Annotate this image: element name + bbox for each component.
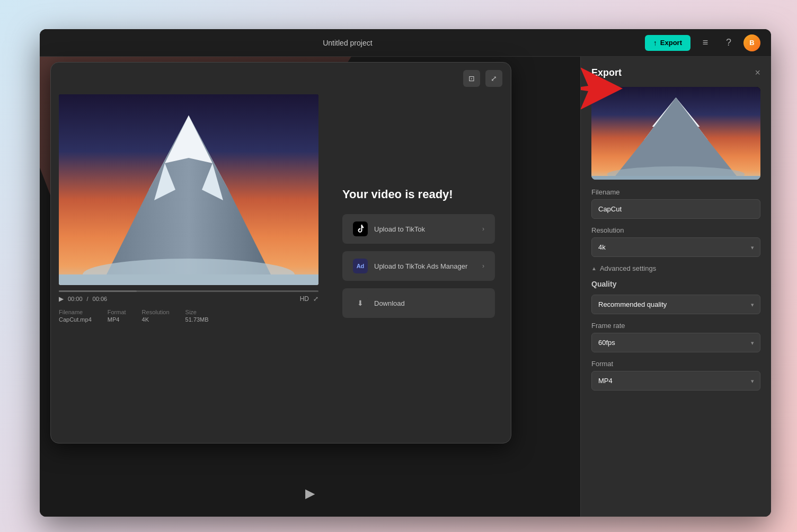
download-button[interactable]: ⬇ Download: [342, 288, 495, 318]
download-icon: ⬇: [353, 296, 368, 311]
upload-tiktok-ads-button[interactable]: Ad Upload to TikTok Ads Manager ›: [342, 251, 495, 281]
quality-section-title: Quality: [591, 280, 760, 288]
tiktok-ads-btn-left: Ad Upload to TikTok Ads Manager: [353, 259, 467, 273]
framerate-field-group: Frame rate 60fps ▾: [591, 322, 760, 352]
framerate-select[interactable]: 60fps: [591, 333, 760, 352]
fullscreen-toggle[interactable]: ⤢: [313, 295, 318, 303]
video-controls: ▶ 00:00 / 00:06 HD ⤢: [59, 290, 318, 303]
tiktok-ads-icon: Ad: [353, 259, 368, 273]
main-play-button[interactable]: ▶: [305, 486, 315, 501]
advanced-settings-toggle[interactable]: ▲ Advanced settings: [591, 264, 656, 272]
quality-field-group: Quality Recommended quality ▾: [591, 280, 760, 314]
meta-format-label: Format: [108, 309, 126, 315]
export-panel: Export ×: [580, 57, 771, 517]
tiktok-icon: [353, 221, 368, 236]
progress-bar[interactable]: [59, 290, 318, 292]
time-display: 00:00: [68, 296, 83, 302]
resolution-select[interactable]: 4k: [591, 237, 760, 257]
quality-select-wrapper: Recommended quality ▾: [591, 295, 760, 314]
play-btn-area: ▶: [305, 486, 315, 501]
meta-size: Size 51.73MB: [185, 309, 209, 323]
upload-icon: ↑: [653, 39, 657, 47]
meta-filename: Filename CapCut.mp4: [59, 309, 92, 323]
resolution-select-wrapper: 4k ▾: [591, 237, 760, 257]
upload-tiktok-button[interactable]: Upload to TikTok ›: [342, 214, 495, 244]
svg-rect-15: [591, 176, 760, 180]
export-panel-title: Export: [591, 67, 622, 78]
filename-input[interactable]: [591, 199, 760, 219]
export-thumbnail: [591, 87, 760, 180]
video-ready-modal: ⊡ ⤢: [50, 62, 511, 444]
format-field-group: Format MP4 ▾: [591, 360, 760, 391]
video-meta: Filename CapCut.mp4 Format MP4 Resolutio…: [59, 309, 318, 323]
controls-left: ▶ 00:00 / 00:06: [59, 295, 107, 303]
meta-format: Format MP4: [108, 309, 126, 323]
project-title: Untitled project: [323, 39, 372, 47]
format-select-wrapper: MP4 ▾: [591, 371, 760, 391]
top-bar-actions: ↑ Export ≡ ? B: [645, 34, 760, 51]
help-icon[interactable]: ?: [720, 34, 737, 51]
meta-resolution: Resolution 4K: [142, 309, 170, 323]
format-select[interactable]: MP4: [591, 371, 760, 391]
meta-resolution-value: 4K: [142, 316, 170, 323]
meta-size-value: 51.73MB: [185, 316, 209, 323]
controls-right: HD ⤢: [300, 295, 318, 303]
video-preview: [59, 94, 318, 285]
meta-size-label: Size: [185, 309, 209, 315]
download-btn-left: ⬇ Download: [353, 296, 405, 311]
editor-area: ⊡ ⤢: [40, 57, 580, 517]
app-window: Untitled project ↑ Export ≡ ? B ⊡ ⤢: [40, 29, 771, 517]
export-panel-header: Export ×: [591, 67, 760, 78]
menu-icon[interactable]: ≡: [697, 34, 714, 51]
filename-field-group: Filename: [591, 188, 760, 219]
meta-filename-label: Filename: [59, 309, 92, 315]
format-label: Format: [591, 360, 760, 368]
tiktok-ads-label: Upload to TikTok Ads Manager: [374, 262, 467, 270]
download-label: Download: [374, 299, 405, 307]
chevron-up-icon: ▲: [591, 265, 597, 271]
time-separator: /: [87, 296, 88, 302]
tiktok-btn-left: Upload to TikTok: [353, 221, 425, 236]
close-export-button[interactable]: ×: [755, 67, 760, 78]
ready-title: Your video is ready!: [342, 188, 495, 201]
meta-format-value: MP4: [108, 316, 126, 323]
export-button[interactable]: ↑ Export: [645, 35, 690, 51]
framerate-select-wrapper: 60fps ▾: [591, 333, 760, 352]
meta-resolution-label: Resolution: [142, 309, 170, 315]
top-bar: Untitled project ↑ Export ≡ ? B: [40, 29, 771, 57]
main-content: ⊡ ⤢: [40, 57, 771, 517]
tiktok-chevron: ›: [482, 225, 484, 233]
play-button[interactable]: ▶: [59, 295, 64, 303]
controls-row: ▶ 00:00 / 00:06 HD ⤢: [59, 295, 318, 303]
resolution-label: Resolution: [591, 226, 760, 234]
tiktok-ads-chevron: ›: [482, 262, 484, 270]
meta-filename-value: CapCut.mp4: [59, 316, 92, 323]
quality-select[interactable]: Recommended quality: [591, 295, 760, 314]
framerate-label: Frame rate: [591, 322, 760, 330]
modal-left: ▶ 00:00 / 00:06 HD ⤢: [51, 63, 326, 443]
time-total: 00:06: [93, 296, 108, 302]
filename-label: Filename: [591, 188, 760, 196]
tiktok-label: Upload to TikTok: [374, 225, 425, 233]
svg-rect-8: [59, 274, 318, 285]
progress-fill: [59, 290, 137, 292]
resolution-field-group: Resolution 4k ▾: [591, 226, 760, 257]
quality-toggle[interactable]: HD: [300, 295, 309, 303]
avatar[interactable]: B: [743, 34, 760, 51]
modal-right: Your video is ready! Upload to TikTok ›: [326, 63, 511, 443]
mountain-image: [59, 94, 318, 285]
